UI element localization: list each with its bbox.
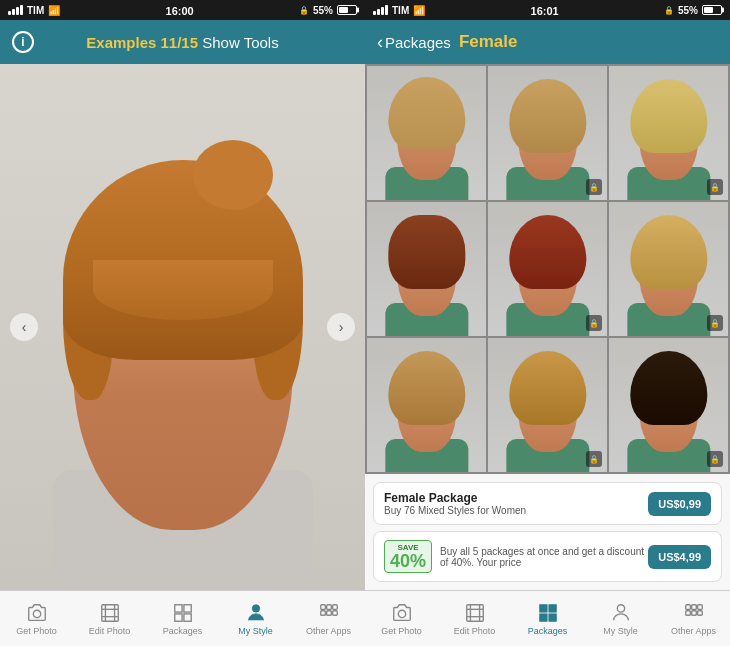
grid-icon: [172, 602, 194, 624]
svg-point-27: [617, 604, 624, 611]
signal-bar-1: [8, 11, 11, 15]
bundle-info: Buy all 5 packages at once and get a dis…: [440, 546, 648, 568]
bundle-row: SAVE 40% Buy all 5 packages at once and …: [373, 531, 722, 582]
tab-get-photo[interactable]: Get Photo: [0, 591, 73, 646]
svg-rect-28: [685, 604, 690, 609]
left-arrow-icon: ‹: [22, 319, 27, 335]
right-battery-pct: 55%: [678, 5, 698, 16]
right-tab-edit-photo[interactable]: Edit Photo: [438, 591, 511, 646]
hairstyle-6[interactable]: 🔒: [609, 202, 728, 336]
female-package-buy-btn[interactable]: US$0,99: [648, 492, 711, 516]
right-tab-packages[interactable]: Packages: [511, 591, 584, 646]
right-battery-group: 🔒 55%: [664, 5, 722, 16]
right-get-photo-label: Get Photo: [381, 626, 422, 636]
right-header-title: Female: [459, 32, 518, 52]
left-wifi-icon: 📶: [48, 5, 60, 16]
svg-rect-29: [691, 604, 696, 609]
svg-rect-32: [691, 610, 696, 615]
hs-person-7: [367, 338, 486, 472]
svg-rect-7: [183, 604, 190, 611]
tab-other-apps[interactable]: Other Apps: [292, 591, 365, 646]
edit-photo-label: Edit Photo: [89, 626, 131, 636]
hs-person-1: [367, 66, 486, 200]
left-header-title: Examples 11/15 Show Tools: [34, 34, 331, 51]
right-status-bar: TIM 📶 16:01 🔒 55%: [365, 0, 730, 20]
back-button[interactable]: ‹ Packages: [377, 33, 451, 51]
tab-my-style[interactable]: My Style: [219, 591, 292, 646]
right-header: ‹ Packages Female: [365, 20, 730, 64]
show-tools-label[interactable]: Show Tools: [202, 34, 278, 51]
svg-point-0: [33, 610, 40, 617]
right-person-icon: [610, 602, 632, 624]
right-carrier: TIM: [392, 5, 409, 16]
camera-icon: [26, 602, 48, 624]
hairstyle-9[interactable]: 🔒: [609, 338, 728, 472]
rsb3: [381, 7, 384, 15]
svg-rect-15: [326, 610, 331, 615]
svg-rect-31: [685, 610, 690, 615]
svg-rect-16: [332, 610, 337, 615]
my-style-label: My Style: [238, 626, 273, 636]
right-my-style-label: My Style: [603, 626, 638, 636]
hair-bun: [193, 140, 273, 210]
right-bottom-tabs: Get Photo Edit Photo: [365, 590, 730, 646]
left-battery-fill: [339, 7, 348, 13]
svg-rect-8: [174, 613, 181, 620]
left-time: 16:00: [166, 1, 194, 19]
svg-rect-13: [332, 604, 337, 609]
left-signal-bars: [8, 5, 23, 15]
svg-rect-14: [320, 610, 325, 615]
right-panel: TIM 📶 16:01 🔒 55% ‹ Packages Female: [365, 0, 730, 646]
lock-badge-2: 🔒: [586, 179, 602, 195]
right-tab-other-apps[interactable]: Other Apps: [657, 591, 730, 646]
back-label: Packages: [385, 34, 451, 51]
left-lock-icon: 🔒: [299, 6, 309, 15]
female-package-row: Female Package Buy 76 Mixed Styles for W…: [373, 482, 722, 525]
info-button[interactable]: i: [12, 31, 34, 53]
purchase-area: Female Package Buy 76 Mixed Styles for W…: [365, 474, 730, 590]
svg-point-10: [252, 604, 259, 611]
female-package-info: Female Package Buy 76 Mixed Styles for W…: [384, 491, 648, 516]
left-panel: TIM 📶 16:00 🔒 55% i Examples 11/15 Show …: [0, 0, 365, 646]
svg-rect-23: [539, 604, 546, 611]
left-carrier: TIM: [27, 5, 44, 16]
hairstyle-3[interactable]: 🔒: [609, 66, 728, 200]
lock-badge-9: 🔒: [707, 451, 723, 467]
hairstyle-5[interactable]: 🔒: [488, 202, 607, 336]
right-tab-get-photo[interactable]: Get Photo: [365, 591, 438, 646]
left-arrow[interactable]: ‹: [10, 313, 38, 341]
rsb2: [377, 9, 380, 15]
left-status-bar: TIM 📶 16:00 🔒 55%: [0, 0, 365, 20]
svg-point-17: [398, 610, 405, 617]
hs-person-4: [367, 202, 486, 336]
tab-edit-photo[interactable]: Edit Photo: [73, 591, 146, 646]
packages-label: Packages: [163, 626, 203, 636]
left-time-text: 16:00: [166, 5, 194, 17]
right-tab-my-style[interactable]: My Style: [584, 591, 657, 646]
bundle-buy-btn[interactable]: US$4,99: [648, 545, 711, 569]
hairstyle-1[interactable]: [367, 66, 486, 200]
hs-hair-4: [388, 215, 465, 289]
apps-icon: [318, 602, 340, 624]
svg-rect-6: [174, 604, 181, 611]
hairstyle-2[interactable]: 🔒: [488, 66, 607, 200]
hairstyle-8[interactable]: 🔒: [488, 338, 607, 472]
lock-badge-3: 🔒: [707, 179, 723, 195]
svg-rect-33: [697, 610, 702, 615]
tab-packages[interactable]: Packages: [146, 591, 219, 646]
hairstyle-4[interactable]: [367, 202, 486, 336]
svg-rect-11: [320, 604, 325, 609]
hairstyle-7[interactable]: [367, 338, 486, 472]
bangs: [93, 260, 273, 320]
right-arrow[interactable]: ›: [327, 313, 355, 341]
svg-rect-1: [101, 604, 118, 621]
svg-rect-18: [466, 604, 483, 621]
svg-rect-9: [183, 613, 190, 620]
left-battery-pct: 55%: [313, 5, 333, 16]
crop-icon: [99, 602, 121, 624]
hairstyle-grid: 🔒 🔒: [365, 64, 730, 474]
lock-badge-5: 🔒: [586, 315, 602, 331]
right-time: 16:01: [531, 1, 559, 19]
right-signal-bars: [373, 5, 388, 15]
left-header: i Examples 11/15 Show Tools: [0, 20, 365, 64]
